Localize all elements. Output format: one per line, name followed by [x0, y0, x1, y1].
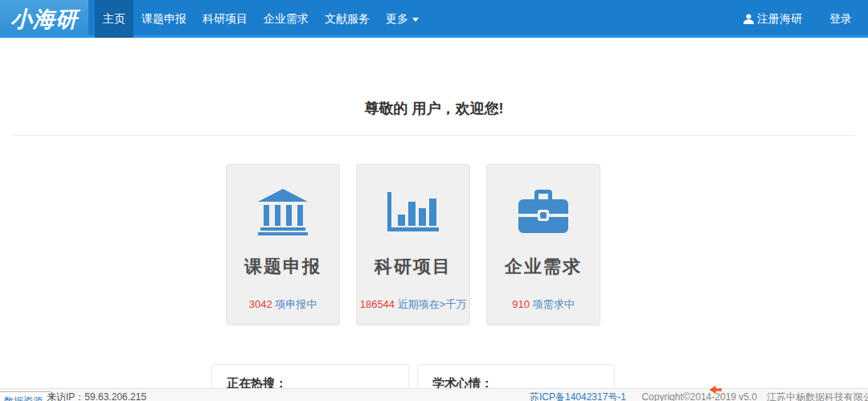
bank-icon [227, 188, 339, 236]
card-topic-application[interactable]: 课题申报 3042 项申报中 [226, 164, 340, 325]
register-link[interactable]: 注册海研 [743, 12, 802, 27]
stat-suffix: 项申报中 [275, 298, 317, 310]
main-nav: 主页 课题申报 科研项目 企业需求 文献服务 更多 [95, 0, 427, 38]
login-label: 登录 [829, 12, 852, 27]
stat-count: 186544 [360, 298, 395, 310]
stat-count: 910 [512, 298, 530, 310]
nav-item-research-projects[interactable]: 科研项目 [194, 0, 256, 38]
footer-badge-button[interactable]: 数据资源 [0, 391, 53, 401]
auth-links: 注册海研 登录 [716, 0, 868, 38]
brand-logo[interactable]: 小海研 [0, 0, 88, 38]
briefcase-icon [487, 188, 600, 236]
card-stat: 3042 项申报中 [227, 297, 339, 312]
login-link[interactable]: 登录 [829, 12, 852, 27]
card-title: 课题申报 [227, 255, 339, 279]
stat-cards-row: 课题申报 3042 项申报中 科研项目 186544 近期项在>千万 [0, 164, 868, 325]
card-research-projects[interactable]: 科研项目 186544 近期项在>千万 [356, 164, 470, 325]
top-navbar: 小海研 主页 课题申报 科研项目 企业需求 文献服务 更多 注册海研 登录 [0, 0, 868, 38]
user-icon [743, 14, 754, 24]
nav-item-home[interactable]: 主页 [95, 0, 133, 38]
card-title: 科研项目 [357, 255, 469, 279]
stat-suffix: 项需求中 [533, 298, 575, 310]
copyright-text: Copyright©2014-2019 v5.0 江苏中杨数据科技有限公 [641, 391, 868, 401]
footer-right-group: 苏ICP备14042317号-1 Copyright©2014-2019 v5.… [530, 391, 868, 401]
nav-item-enterprise-needs[interactable]: 企业需求 [256, 0, 317, 38]
nav-item-literature-services[interactable]: 文献服务 [317, 0, 378, 38]
chevron-down-icon [412, 18, 419, 22]
card-stat: 910 项需求中 [487, 297, 600, 312]
stat-count: 3042 [249, 298, 272, 310]
section-divider [13, 135, 855, 136]
icp-link[interactable]: 苏ICP备14042317号-1 [530, 391, 626, 401]
nav-item-more[interactable]: 更多 [378, 0, 427, 38]
visitor-ip-value: 59.63.206.215 [84, 391, 146, 401]
visitor-ip-label: 来访IP： [47, 391, 84, 401]
card-stat: 186544 近期项在>千万 [357, 297, 469, 312]
register-label: 注册海研 [757, 12, 802, 27]
nav-more-label: 更多 [386, 12, 408, 25]
bar-chart-icon [357, 188, 469, 236]
stat-suffix: 近期项在>千万 [398, 298, 467, 310]
welcome-message: 尊敬的 用户，欢迎您! [0, 99, 868, 118]
visitor-ip: 来访IP：59.63.206.215 [47, 391, 146, 401]
footer-bar: 数据资源 来访IP：59.63.206.215 苏ICP备14042317号-1… [0, 388, 868, 401]
card-enterprise-needs[interactable]: 企业需求 910 项需求中 [486, 164, 600, 325]
card-title: 企业需求 [487, 255, 600, 279]
nav-item-topic-application[interactable]: 课题申报 [133, 0, 194, 38]
